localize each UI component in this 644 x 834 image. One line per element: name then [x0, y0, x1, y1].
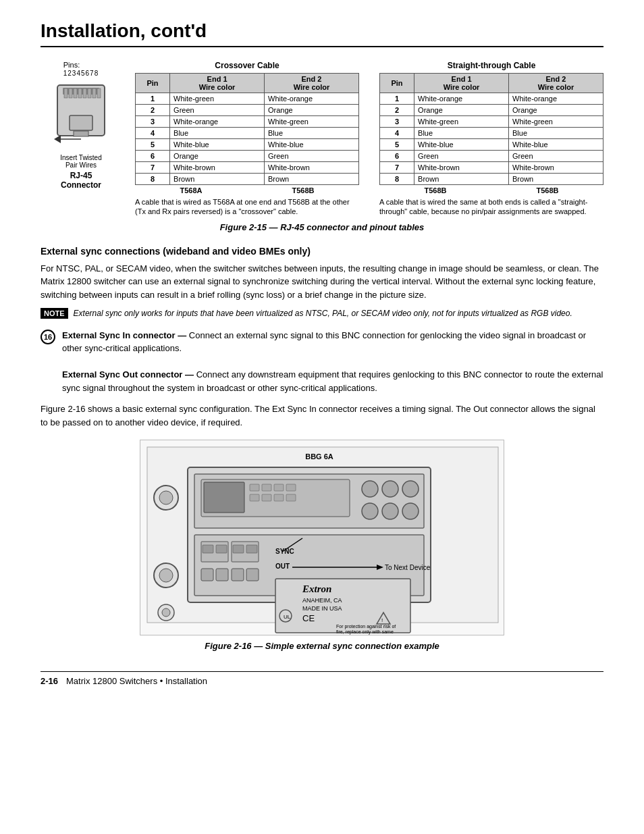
- svg-rect-6: [83, 88, 86, 98]
- svg-rect-11: [74, 131, 88, 136]
- straight-col-end2: End 2Wire color: [509, 74, 603, 93]
- svg-rect-33: [262, 484, 271, 491]
- footer-page-number: 2-16: [41, 676, 58, 686]
- svg-rect-5: [78, 88, 82, 98]
- straight-section: Straight-through Cable Pin End 1Wire col…: [379, 61, 603, 217]
- svg-point-27: [362, 503, 378, 519]
- straight-col-end1: End 1Wire color: [414, 74, 509, 93]
- svg-rect-31: [204, 482, 244, 513]
- svg-rect-35: [286, 484, 296, 491]
- table-row: 8BrownBrown: [136, 174, 359, 185]
- svg-rect-45: [233, 545, 244, 553]
- table-row: 7White-brownWhite-brown: [380, 162, 603, 174]
- note-text: External sync only works for inputs that…: [74, 308, 572, 319]
- svg-point-25: [382, 481, 398, 497]
- footer-text: Matrix 12800 Switchers • Installation: [66, 676, 207, 686]
- straight-col-pin: Pin: [380, 74, 414, 93]
- table-row: 5White-blueWhite-blue: [136, 139, 359, 151]
- figure-16-svg: BBG 6A: [140, 440, 504, 635]
- straight-footer-right: T568B: [491, 186, 603, 194]
- rj45-connector-svg: [51, 78, 111, 153]
- svg-rect-2: [64, 88, 68, 98]
- table-row: 2OrangeOrange: [380, 105, 603, 116]
- table-row: 8BrownBrown: [380, 174, 603, 185]
- table-row: 3White-greenWhite-green: [380, 116, 603, 128]
- crossover-note: A cable that is wired as T568A at one en…: [135, 197, 359, 217]
- svg-rect-8: [92, 88, 96, 98]
- crossover-title: Crossover Cable: [135, 61, 359, 70]
- svg-point-19: [159, 569, 173, 582]
- svg-rect-46: [246, 545, 257, 553]
- crossover-footer-left: T568A: [135, 186, 247, 194]
- body-text-1: For NTSC, PAL, or SECAM video, when the …: [41, 262, 603, 302]
- circle-16: 16: [41, 330, 55, 344]
- table-row: 7White-brownWhite-brown: [136, 162, 359, 174]
- svg-text:Extron: Extron: [302, 583, 331, 594]
- figure-16-container: BBG 6A: [41, 440, 603, 635]
- svg-text:SYNC: SYNC: [275, 548, 294, 555]
- svg-rect-4: [74, 88, 77, 98]
- table-row: 4BlueBlue: [136, 128, 359, 139]
- straight-title: Straight-through Cable: [379, 61, 603, 70]
- figure-15-caption: Figure 2-15 — RJ-45 connector and pinout…: [41, 222, 603, 232]
- page-title: Installation, cont'd: [41, 20, 603, 47]
- svg-rect-50: [246, 569, 259, 581]
- svg-text:OUT: OUT: [275, 563, 290, 570]
- crossover-col-end1: End 1Wire color: [170, 74, 265, 93]
- table-row: 6GreenGreen: [380, 151, 603, 162]
- svg-point-24: [362, 481, 378, 497]
- pins-label: Pins: 12345678: [63, 61, 99, 77]
- svg-point-21: [162, 608, 170, 617]
- svg-text:UL: UL: [284, 614, 291, 620]
- straight-note: A cable that is wired the same at both e…: [379, 197, 603, 217]
- svg-text:For protection against risk of: For protection against risk of: [336, 624, 396, 629]
- svg-point-17: [159, 491, 173, 504]
- rj45-diagram: Pins: 12345678 Insert TwistedPair W: [41, 61, 122, 190]
- svg-text:fire, replace only with same: fire, replace only with same: [336, 629, 394, 635]
- svg-rect-39: [286, 494, 296, 501]
- straight-table: Pin End 1Wire color End 2Wire color 1Whi…: [379, 73, 603, 185]
- svg-rect-44: [216, 545, 227, 553]
- svg-point-28: [382, 503, 398, 519]
- page-footer: 2-16 Matrix 12800 Switchers • Installati…: [41, 671, 603, 686]
- rj45-connector-label: RJ-45Connector: [61, 171, 101, 190]
- svg-text:CE: CE: [302, 613, 315, 623]
- crossover-section: Crossover Cable Pin End 1Wire color End …: [135, 61, 359, 217]
- straight-footer-left: T568B: [379, 186, 491, 194]
- svg-rect-34: [274, 484, 284, 491]
- svg-rect-37: [262, 494, 271, 501]
- crossover-footer-right: T568B: [247, 186, 359, 194]
- section-heading: External sync connections (wideband and …: [41, 246, 603, 257]
- svg-point-26: [402, 481, 419, 497]
- tables-area: Crossover Cable Pin End 1Wire color End …: [135, 61, 603, 217]
- svg-point-29: [402, 503, 419, 519]
- connector-out-bold: External Sync Out connector —: [62, 369, 194, 380]
- rj45-insert-label: Insert TwistedPair Wires: [60, 154, 102, 169]
- svg-rect-36: [250, 494, 259, 501]
- table-row: 1White-greenWhite-orange: [136, 93, 359, 105]
- svg-rect-3: [69, 88, 72, 98]
- connector-in-bold: External Sync In connector —: [62, 330, 186, 340]
- numbered-item-16: 16 External Sync In connector — Connect …: [41, 329, 603, 395]
- figure-16-caption: Figure 2-16 — Simple external sync conne…: [41, 641, 603, 651]
- note-label: NOTE: [41, 308, 68, 319]
- table-row: 2GreenOrange: [136, 105, 359, 116]
- straight-footer: T568B T568B: [379, 186, 603, 194]
- svg-rect-32: [250, 484, 259, 491]
- crossover-col-end2: End 2Wire color: [265, 74, 359, 93]
- table-row: 6OrangeGreen: [136, 151, 359, 162]
- note-box: NOTE External sync only works for inputs…: [41, 308, 603, 319]
- svg-text:BBG 6A: BBG 6A: [305, 452, 333, 461]
- crossover-footer: T568A T568B: [135, 186, 359, 194]
- table-row: 1White-orangeWhite-orange: [380, 93, 603, 105]
- svg-text:MADE IN USA: MADE IN USA: [302, 605, 342, 612]
- table-row: 5White-blueWhite-blue: [380, 139, 603, 151]
- figure-15-container: Pins: 12345678 Insert TwistedPair W: [41, 61, 603, 217]
- svg-rect-9: [97, 88, 101, 98]
- svg-text:ANAHEIM, CA: ANAHEIM, CA: [302, 597, 342, 604]
- svg-rect-47: [201, 569, 213, 581]
- item-16-text: External Sync In connector — Connect an …: [62, 329, 603, 395]
- body-text-2: Figure 2-16 shows a basic external sync …: [41, 402, 603, 429]
- svg-rect-10: [70, 115, 92, 130]
- svg-rect-7: [88, 88, 91, 98]
